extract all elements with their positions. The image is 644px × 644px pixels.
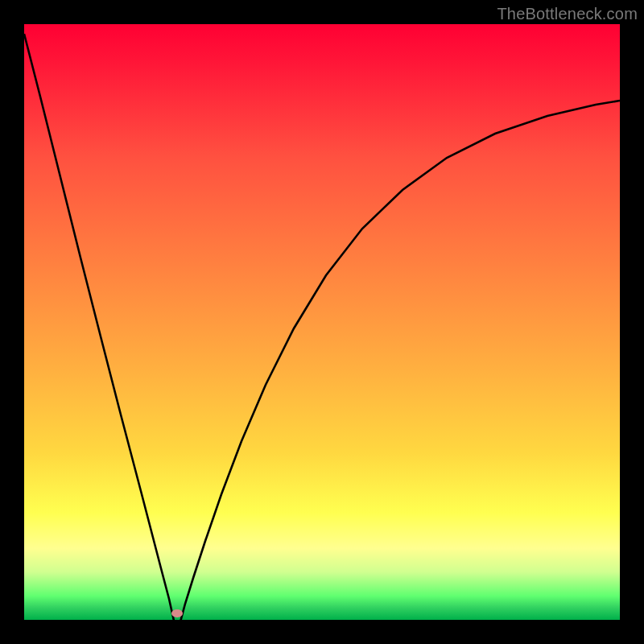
watermark-text: TheBottleneck.com [497, 5, 638, 23]
plot-area [24, 24, 620, 620]
chart-frame: TheBottleneck.com [0, 0, 644, 644]
min-point-marker [171, 609, 183, 617]
bottleneck-curve [24, 24, 620, 620]
